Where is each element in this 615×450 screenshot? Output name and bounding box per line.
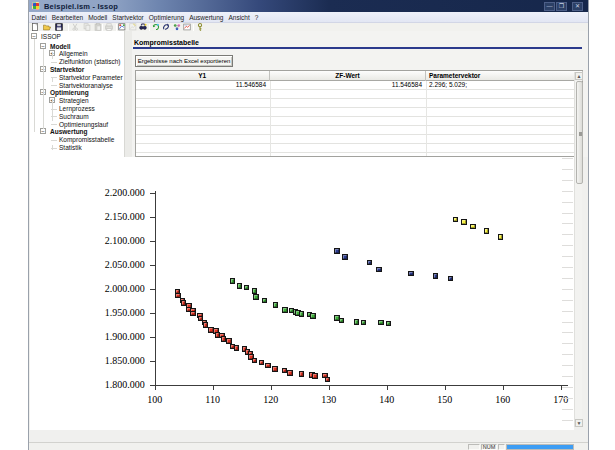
table-row[interactable] [136,90,582,99]
tree-item-label: Startvektoranalyse [59,82,113,89]
refresh-icon[interactable] [152,23,160,31]
x-axis-tick [213,386,214,390]
results-table[interactable]: Y1ZF-WertParametervektor11.54658411.5465… [135,70,583,157]
report-icon[interactable] [183,23,191,31]
column-header-zf-wert[interactable]: ZF-Wert [270,71,426,81]
menu-item-ansicht[interactable]: Ansicht [226,14,252,21]
data-point-series-green [299,311,305,317]
copy-icon[interactable] [83,23,91,31]
data-point-series-blue [334,248,340,254]
data-point-series-green [354,319,360,325]
data-point-series-green [310,313,316,319]
row-ruler-line [562,158,573,159]
menu-item-modell[interactable]: Modell [86,14,110,21]
menu-item-auswertung[interactable]: Auswertung [187,14,226,21]
minimize-button[interactable]: — [544,2,555,11]
collapse-icon[interactable]: − [40,43,46,49]
num-lock-indicator: NUM [481,444,497,450]
data-point-series-green [253,294,259,300]
table-row[interactable] [136,135,582,144]
scroll-up-arrow-icon[interactable]: ▲ [575,72,583,80]
data-point-series-yellow [453,217,459,223]
scroll-down-arrow-icon[interactable]: ▼ [575,419,583,427]
row-ruler-line [562,387,573,388]
data-point-series-blue [367,260,373,266]
data-point-series-green [252,288,258,294]
tree-guide-line [52,53,53,59]
heading-rule [133,47,582,49]
menu-item-optimierung[interactable]: Optimierung [146,14,186,21]
x-axis-line [155,385,568,386]
export-to-excel-button[interactable]: Ergebnisse nach Excel exportieren [135,55,233,67]
y-axis-label: 1.950.000 [93,307,145,318]
pane-splitter[interactable] [125,31,132,157]
table-header-row: Y1ZF-WertParametervektor [136,71,582,81]
row-ruler-line [562,213,573,214]
table-row[interactable] [136,144,582,153]
save-icon[interactable] [55,23,63,31]
y-axis-tick [150,217,155,218]
help-key-icon[interactable] [196,23,204,31]
toolbar-separator [116,24,117,31]
y-axis-tick [150,289,155,290]
application-window: Beispiel.ism - Issop — ❐ ✕ DateiBearbeit… [28,0,589,450]
column-header-y1[interactable]: Y1 [136,71,271,81]
scrollbar-thumb[interactable] [576,81,583,184]
row-ruler-line [562,300,573,301]
x-axis-label: 160 [491,394,515,405]
y-axis-tick [150,361,155,362]
row-ruler-line [562,234,573,235]
table-row[interactable] [136,126,582,135]
toolbar-separator [149,24,150,31]
row-ruler-line [562,398,573,399]
row-ruler-line [562,245,573,246]
data-point-series-green [282,307,288,313]
row-ruler-line [562,311,573,312]
navigation-tree: −ISSOP−Modell+AllgemeinZielfunktion (sta… [30,31,125,157]
menu-item-[interactable]: ? [252,14,261,21]
print-icon[interactable] [105,23,113,31]
menu-item-datei[interactable]: Datei [29,14,49,21]
collapse-icon[interactable]: − [31,33,37,39]
search-binoculars-icon[interactable] [139,23,147,31]
chart-tool-icon[interactable] [129,23,137,31]
table-row[interactable] [136,108,582,117]
data-point-series-red [259,360,265,366]
tree-item-label: ISSOP [41,33,61,40]
data-point-series-green [244,285,250,291]
model-edit-icon[interactable] [118,23,126,31]
new-document-icon[interactable] [31,23,39,31]
column-header-parametervektor[interactable]: Parametervektor [426,71,583,81]
data-point-series-green [378,320,384,326]
data-point-series-red [234,345,240,351]
table-column-line [426,81,427,156]
optimization-run-icon[interactable] [162,23,170,31]
menu-item-startvektor[interactable]: Startvektor [110,14,146,21]
cut-icon[interactable] [71,23,79,31]
y-axis-label: 2.100.000 [93,235,145,246]
table-row[interactable]: 11.54658411.5465842.296; 5.029; [136,81,582,90]
data-point-series-red [190,311,196,317]
table-row[interactable] [136,117,582,126]
data-point-series-red [265,363,271,369]
maximize-button[interactable]: ❐ [556,2,567,11]
collapse-icon[interactable]: − [40,128,46,134]
close-button[interactable]: ✕ [572,2,583,11]
menu-item-bearbeiten[interactable]: Bearbeiten [49,14,85,21]
data-point-series-green [386,321,392,327]
analysis-icon[interactable] [173,23,181,31]
x-axis-tick [445,386,446,390]
x-axis-label: 170 [549,394,573,405]
open-folder-icon[interactable] [43,23,51,31]
paste-icon[interactable] [94,23,102,31]
data-point-series-red [252,358,258,364]
toolbar-separator [102,24,103,31]
vertical-scrollbar[interactable]: ▲ ▼ [574,72,582,427]
y-axis-line [155,191,156,385]
table-row[interactable] [136,99,582,108]
data-point-series-green [237,283,243,289]
title-bar[interactable]: Beispiel.ism - Issop — ❐ ✕ [29,0,588,12]
x-axis-label: 150 [433,394,457,405]
row-ruler-line [562,202,573,203]
y-axis-label: 1.900.000 [93,331,145,342]
